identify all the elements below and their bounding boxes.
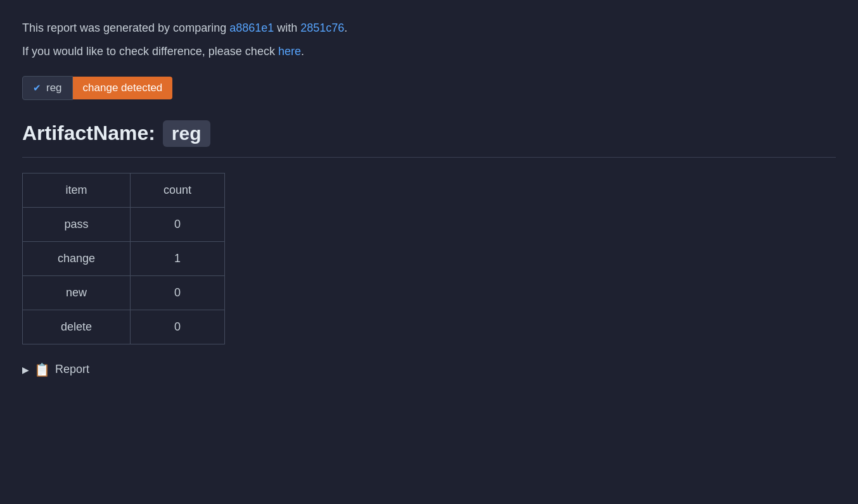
report-toggle[interactable]: ▶ 📋 Report — [22, 362, 89, 377]
commit1-link[interactable]: a8861e1 — [229, 22, 274, 34]
table-row: new0 — [23, 275, 225, 310]
table-cell-count: 0 — [131, 207, 225, 241]
artifact-title: ArtifactName: reg — [22, 120, 836, 147]
col-count-header: count — [131, 173, 225, 207]
table-cell-count: 0 — [131, 275, 225, 310]
change-detected-label: change detected — [83, 82, 163, 94]
artifact-section: ArtifactName: reg item count pass0change… — [22, 120, 836, 344]
artifact-name-badge: reg — [163, 120, 210, 147]
reg-badge-label: reg — [46, 82, 62, 94]
summary-table: item count pass0change1new0delete0 — [22, 173, 225, 344]
report-clipboard-icon: 📋 — [34, 362, 50, 377]
table-row: change1 — [23, 241, 225, 275]
intro-paragraph: This report was generated by comparing a… — [22, 19, 836, 61]
checkmark-icon: ✔ — [33, 82, 41, 94]
table-cell-item: new — [23, 275, 131, 310]
commit2-link[interactable]: 2851c76 — [300, 22, 344, 34]
report-section: ▶ 📋 Report — [22, 362, 836, 377]
reg-badge: ✔ reg — [22, 76, 73, 100]
report-arrow-icon: ▶ — [22, 365, 29, 375]
intro-line2: If you would like to check difference, p… — [22, 42, 836, 61]
diff-prefix: If you would like to check difference, p… — [22, 45, 278, 58]
table-cell-item: pass — [23, 207, 131, 241]
table-row: delete0 — [23, 310, 225, 344]
table-cell-item: delete — [23, 310, 131, 344]
report-label: Report — [55, 363, 89, 376]
intro-suffix: . — [344, 22, 347, 34]
change-detected-badge: change detected — [73, 77, 173, 99]
here-link[interactable]: here — [278, 45, 301, 58]
status-badge-row: ✔ reg change detected — [22, 76, 836, 100]
table-cell-item: change — [23, 241, 131, 275]
table-header-row: item count — [23, 173, 225, 207]
col-item-header: item — [23, 173, 131, 207]
diff-suffix: . — [301, 45, 304, 58]
section-divider — [22, 157, 836, 158]
intro-middle: with — [274, 22, 300, 34]
intro-prefix: This report was generated by comparing — [22, 22, 229, 34]
table-cell-count: 1 — [131, 241, 225, 275]
table-cell-count: 0 — [131, 310, 225, 344]
intro-line1: This report was generated by comparing a… — [22, 19, 836, 37]
artifact-label: ArtifactName: — [22, 122, 155, 145]
table-row: pass0 — [23, 207, 225, 241]
